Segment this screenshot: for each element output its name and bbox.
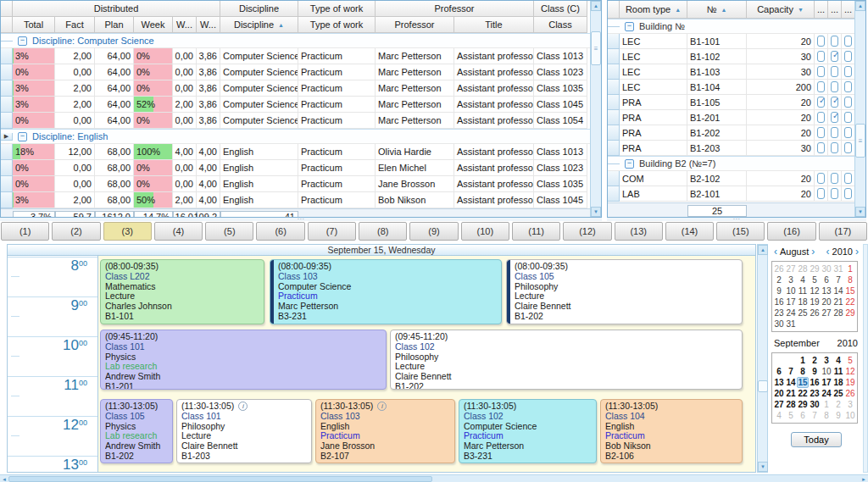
calendar-day[interactable]: 6	[773, 366, 785, 377]
appointment[interactable]: (11:30-13:05)i Class 103 English Practic…	[315, 399, 455, 463]
calendar-day[interactable]: 26	[809, 307, 821, 319]
calendar-day[interactable]: 9	[773, 285, 785, 296]
calendar-day[interactable]: 27	[785, 263, 797, 274]
col-w1[interactable]: W...	[173, 17, 197, 33]
row-indicator[interactable]	[1, 48, 13, 64]
appointment[interactable]: (11:30-13:05)i Class 101 Philosophy Lect…	[176, 399, 312, 463]
group-row-english[interactable]: ▶ − Discipline: English	[1, 129, 590, 144]
group-row-building-1[interactable]: − Building №	[608, 19, 854, 34]
calendar-day[interactable]: 11	[797, 285, 809, 296]
horizontal-scrollbar[interactable]: ◄ ►	[0, 474, 868, 482]
calendar-scroll-strip[interactable]	[863, 244, 868, 473]
calendar-day[interactable]: 18	[797, 296, 809, 307]
calendar-day[interactable]	[844, 319, 856, 330]
workload-row[interactable]: 0% 0,00 68,00 0% 0,00 4,00 English Pract…	[1, 160, 590, 176]
week-tab[interactable]: (12)	[563, 222, 611, 241]
week-tab[interactable]: (6)	[256, 222, 304, 241]
checkbox[interactable]	[844, 173, 852, 184]
calendar-day[interactable]: 18	[832, 377, 844, 388]
calendar-day[interactable]: 9	[809, 366, 821, 377]
week-tab[interactable]: (8)	[359, 222, 407, 241]
checkbox[interactable]	[831, 173, 838, 184]
week-tab[interactable]: (14)	[665, 222, 714, 241]
checkbox[interactable]	[844, 127, 852, 138]
col-professor[interactable]: Professor	[376, 17, 454, 33]
collapse-icon[interactable]: −	[625, 159, 634, 169]
checkbox[interactable]	[817, 173, 825, 184]
calendar-day[interactable]: 26	[773, 263, 785, 274]
band-distributed[interactable]: Distributed	[13, 1, 220, 17]
checkbox[interactable]	[831, 97, 838, 108]
checkbox[interactable]	[831, 142, 838, 153]
room-row[interactable]: LEC B1-101 20	[608, 34, 854, 49]
appointment[interactable]: (11:30-13:05) Class 102 Computer Science…	[459, 399, 597, 463]
scroll-right-icon[interactable]: ►	[860, 475, 868, 482]
calendar-day[interactable]: 19	[809, 296, 821, 307]
calendar-day[interactable]: 11	[832, 366, 844, 377]
col-total[interactable]: Total	[13, 17, 55, 33]
calendar-day[interactable]: 28	[832, 307, 844, 319]
calendar-day[interactable]: 7	[832, 274, 844, 285]
appointment[interactable]: (11:30-13:05) Class 105 Physics Lab rese…	[100, 399, 173, 463]
checkbox[interactable]	[844, 36, 852, 47]
checkbox[interactable]	[831, 127, 838, 138]
prev-year-icon[interactable]: ‹	[824, 246, 832, 258]
row-indicator[interactable]	[1, 176, 13, 192]
week-tab[interactable]: (2)	[52, 222, 100, 241]
calendar-day[interactable]: 30	[773, 319, 785, 330]
calendar-day[interactable]: 24	[785, 307, 797, 319]
calendar-day[interactable]: 23	[773, 307, 785, 319]
col-fact[interactable]: Fact	[55, 17, 95, 33]
workload-row[interactable]: 3% 2,00 64,00 52% 2,00 3,86 Computer Sci…	[1, 97, 590, 113]
col-discipline[interactable]: Discipline▲	[220, 17, 298, 33]
appointment[interactable]: (08:00-09:35) Class 105 Philosophy Lectu…	[506, 259, 743, 324]
checkbox[interactable]	[831, 81, 838, 92]
calendar-day[interactable]: 4	[797, 274, 809, 285]
calendar-day[interactable]: 14	[832, 285, 844, 296]
collapse-icon[interactable]: −	[18, 132, 27, 141]
checkbox[interactable]	[844, 81, 852, 92]
band-professor[interactable]: Professor	[376, 1, 534, 17]
calendar-day[interactable]: 12	[844, 366, 856, 377]
calendar-day[interactable]: 25	[832, 388, 844, 399]
col-capacity[interactable]: Capacity▼	[747, 1, 815, 19]
appointment[interactable]: (08:00-09:35) Class 103 Computer Science…	[270, 259, 502, 324]
checkbox[interactable]	[817, 51, 825, 62]
col-flag-3[interactable]: ...	[842, 1, 855, 19]
row-indicator[interactable]	[608, 110, 620, 125]
scroll-up-icon[interactable]: ▲	[591, 1, 601, 11]
calendar-day[interactable]: 15	[844, 285, 856, 296]
scheduler-scrollbar[interactable]: ▲ ▼	[757, 244, 768, 473]
calendar-day[interactable]: 12	[809, 285, 821, 296]
calendar-day[interactable]: 24	[821, 388, 832, 399]
calendar-day[interactable]: 16	[773, 296, 785, 307]
calendar-day[interactable]: 7	[785, 366, 797, 377]
calendar-day[interactable]: 14	[785, 377, 797, 388]
calendar-day[interactable]: 2	[809, 355, 821, 366]
calendar-day[interactable]: 23	[809, 388, 821, 399]
calendar-day[interactable]	[785, 355, 797, 366]
col-room-type[interactable]: Room type▲	[620, 1, 687, 19]
today-button[interactable]: Today	[791, 432, 842, 447]
row-indicator[interactable]	[1, 144, 13, 160]
checkbox[interactable]	[844, 112, 852, 123]
row-indicator[interactable]	[608, 80, 620, 95]
row-indicator[interactable]	[608, 186, 620, 202]
row-indicator[interactable]	[608, 64, 620, 80]
checkbox[interactable]	[844, 97, 852, 108]
row-indicator[interactable]	[608, 95, 620, 110]
week-tab[interactable]: (3)	[103, 222, 152, 241]
calendar-day[interactable]: 22	[844, 296, 856, 307]
band-type-of-work[interactable]: Type of work	[298, 1, 376, 17]
row-indicator[interactable]	[1, 64, 13, 80]
calendar-day[interactable]: 30	[821, 263, 832, 274]
calendar-day[interactable]: 6	[821, 274, 832, 285]
calendar-day[interactable]: 17	[821, 377, 832, 388]
checkbox[interactable]	[844, 51, 852, 62]
calendar-day[interactable]: 10	[785, 285, 797, 296]
checkbox[interactable]	[831, 66, 838, 77]
checkbox[interactable]	[817, 66, 825, 77]
col-flag-1[interactable]: ...	[815, 1, 828, 19]
checkbox[interactable]	[844, 142, 852, 153]
next-month-icon[interactable]: ›	[809, 246, 817, 258]
